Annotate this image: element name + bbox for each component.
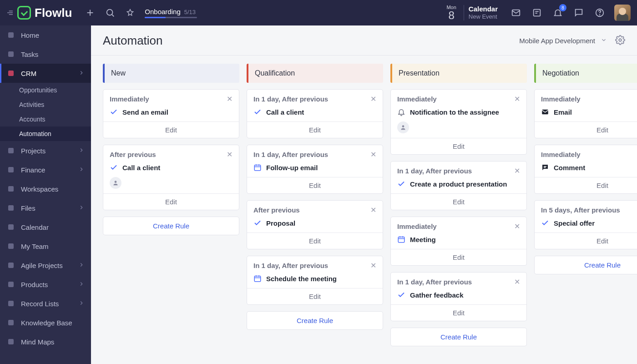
pin-button[interactable] [120, 3, 140, 23]
sidebar-item-finance[interactable]: Finance [0, 160, 91, 179]
close-icon[interactable]: ✕ [370, 206, 376, 214]
sidebar-subitem-activities[interactable]: Activities [0, 97, 91, 112]
sidebar-item-kb[interactable]: Knowledge Base [0, 313, 91, 332]
project-select[interactable]: Mobile App Development [519, 37, 615, 45]
edit-button[interactable]: Edit [103, 121, 239, 138]
sidebar-item-label: Finance [21, 166, 73, 174]
create-rule-button[interactable]: Create Rule [103, 217, 239, 235]
notes-icon[interactable] [527, 3, 547, 23]
edit-button[interactable]: Edit [535, 233, 637, 249]
hamburger-menu-icon[interactable] [4, 9, 16, 17]
sidebar-subitem-automation[interactable]: Automation [0, 126, 91, 141]
sidebar-item-products[interactable]: Products [0, 275, 91, 294]
sidebar-item-projects[interactable]: Projects [0, 141, 91, 160]
topbar: Flowlu Onboarding 5/13 Mon 8 Calendar Ne… [0, 0, 637, 25]
edit-button[interactable]: Edit [391, 138, 526, 154]
sidebar-item-label: Home [21, 31, 85, 39]
card-timing: Immediately [397, 95, 514, 103]
check-icon [110, 163, 118, 172]
sidebar-item-agile[interactable]: Agile Projects [0, 256, 91, 275]
user-avatar[interactable] [614, 5, 631, 21]
page-header: Automation Mobile App Development [91, 25, 637, 56]
brand-name: Flowlu [35, 6, 72, 20]
close-icon[interactable]: ✕ [370, 261, 376, 270]
create-rule-button[interactable]: Create Rule [534, 256, 637, 274]
close-icon[interactable]: ✕ [370, 95, 376, 103]
sidebar-item-tasks[interactable]: Tasks [0, 45, 91, 64]
svg-point-37 [402, 125, 404, 127]
sidebar-item-myteam[interactable]: My Team [0, 237, 91, 256]
svg-rect-17 [8, 167, 14, 172]
svg-rect-18 [8, 186, 14, 192]
edit-button[interactable]: Edit [535, 177, 637, 193]
help-icon[interactable] [590, 3, 610, 23]
card-timing: Immediately [541, 95, 637, 103]
chevron-right-icon [78, 204, 85, 212]
card-timing: In 1 day, After previous [397, 278, 514, 286]
close-icon[interactable]: ✕ [370, 150, 376, 159]
search-button[interactable] [100, 3, 120, 23]
sidebar-item-label: Products [21, 281, 73, 288]
sidebar-item-home[interactable]: Home [0, 25, 91, 45]
card-timing: Immediately [541, 151, 637, 158]
chevron-right-icon [78, 147, 85, 155]
sidebar: HomeTasksCRMOpportunitiesActivitiesAccou… [0, 25, 91, 364]
sidebar-item-mindmaps[interactable]: Mind Maps [0, 332, 91, 351]
check-icon [253, 108, 262, 116]
calendar-icon [6, 222, 15, 232]
close-icon[interactable]: ✕ [514, 222, 520, 231]
chat-icon[interactable] [569, 3, 589, 23]
calendar-widget[interactable]: Calendar New Event [469, 5, 498, 21]
edit-button[interactable]: Edit [247, 233, 383, 249]
column-header: Presentation [390, 64, 527, 83]
date-dom: 8 [448, 10, 454, 21]
create-rule-button[interactable]: Create Rule [390, 328, 527, 346]
sidebar-item-crm[interactable]: CRM [0, 64, 91, 83]
edit-button[interactable]: Edit [247, 288, 383, 304]
close-icon[interactable]: ✕ [227, 150, 233, 159]
edit-button[interactable]: Edit [247, 121, 383, 138]
add-button[interactable] [80, 3, 100, 23]
card-action: Send an email [122, 108, 168, 116]
check-icon [541, 219, 549, 227]
sidebar-item-files[interactable]: Files [0, 198, 91, 217]
sidebar-item-calendar[interactable]: Calendar [0, 217, 91, 237]
onboarding-progress[interactable]: Onboarding 5/13 [145, 8, 197, 18]
calendar-label: Calendar [469, 5, 498, 14]
close-icon[interactable]: ✕ [514, 95, 520, 103]
automation-card: In 1 day, After previous✕Call a clientEd… [247, 89, 383, 138]
tasks-icon [6, 50, 15, 59]
sidebar-subitem-accounts[interactable]: Accounts [0, 112, 91, 126]
edit-button[interactable]: Edit [391, 304, 526, 321]
svg-rect-25 [8, 320, 14, 325]
check-icon [397, 291, 405, 299]
close-icon[interactable]: ✕ [514, 278, 520, 286]
sidebar-subitem-opportunities[interactable]: Opportunities [0, 83, 91, 97]
assignee-avatar[interactable] [397, 121, 409, 133]
edit-button[interactable]: Edit [391, 249, 526, 265]
close-icon[interactable]: ✕ [514, 167, 520, 175]
sidebar-item-workspaces[interactable]: Workspaces [0, 179, 91, 198]
sidebar-item-label: Record Lists [21, 300, 73, 308]
mindmaps-icon [6, 337, 15, 346]
edit-button[interactable]: Edit [103, 193, 239, 210]
page-title: Automation [103, 34, 519, 48]
settings-button[interactable] [615, 35, 625, 47]
assignee-avatar[interactable] [110, 177, 121, 189]
card-action: Create a product presentation [410, 180, 507, 188]
notifications-icon[interactable]: 8 [548, 3, 568, 23]
brand-logo[interactable]: Flowlu [17, 6, 72, 20]
chevron-right-icon [78, 281, 85, 288]
create-rule-button[interactable]: Create Rule [247, 311, 383, 330]
edit-button[interactable]: Edit [247, 177, 383, 193]
svg-rect-20 [8, 224, 14, 230]
date-widget[interactable]: Mon 8 [446, 5, 456, 21]
new-event-link[interactable]: New Event [469, 13, 498, 20]
edit-button[interactable]: Edit [391, 193, 526, 210]
close-icon[interactable]: ✕ [227, 95, 233, 103]
sidebar-item-records[interactable]: Record Lists [0, 294, 91, 313]
edit-button[interactable]: Edit [535, 121, 637, 138]
svg-point-5 [107, 10, 113, 15]
agile-icon [6, 261, 15, 270]
inbox-icon[interactable] [506, 3, 526, 23]
